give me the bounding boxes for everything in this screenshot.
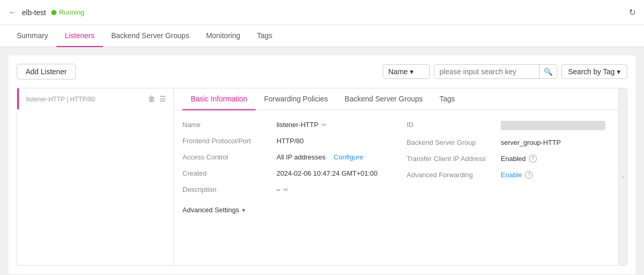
info-row-id: ID — [407, 121, 610, 130]
advanced-forwarding-help-icon[interactable]: ? — [525, 171, 533, 179]
search-by-tag-button[interactable]: Search by Tag ▾ — [561, 64, 627, 79]
created-value: 2024-02-06 10:47:24 GMT+01:00 — [277, 169, 377, 177]
info-row-name: Name listener-HTTP ✏ — [182, 121, 386, 129]
id-blurred — [501, 121, 605, 130]
transfer-ip-help-icon[interactable]: ? — [529, 155, 537, 163]
listener-item[interactable]: listener-HTTP | HTTP/80 🗑 ☰ — [17, 88, 174, 109]
nav-tabs: Summary Listeners Backend Server Groups … — [0, 25, 644, 47]
back-button[interactable]: ← — [8, 8, 17, 17]
advanced-settings-label: Advanced Settings — [182, 206, 239, 214]
listener-list: listener-HTTP | HTTP/80 🗑 ☰ — [17, 88, 174, 265]
backend-group-value: server_group-HTTP — [501, 139, 561, 146]
description-label: Description — [182, 186, 277, 193]
info-row-backend-group: Backend Server Group server_group-HTTP — [407, 139, 610, 146]
tab-monitoring[interactable]: Monitoring — [198, 25, 248, 47]
toolbar: Add Listener Name ▾ 🔍 Search by Tag ▾ — [17, 64, 627, 79]
info-row-transfer-ip: Transfer Client IP Address Enabled ? — [407, 155, 610, 163]
detail-content: Name listener-HTTP ✏ Frontend Protocol/P… — [174, 110, 618, 224]
description-value: – ✏ — [277, 186, 289, 193]
main-content: Add Listener Name ▾ 🔍 Search by Tag ▾ — [0, 47, 644, 275]
info-grid: Name listener-HTTP ✏ Frontend Protocol/P… — [182, 121, 610, 202]
transfer-ip-label: Transfer Client IP Address — [407, 155, 501, 163]
status-dot — [51, 10, 56, 15]
detail-tab-tags[interactable]: Tags — [431, 88, 464, 110]
chevron-down-icon: ▾ — [410, 67, 413, 76]
expand-handle[interactable]: › — [618, 88, 627, 265]
detail-tab-forwarding-policies[interactable]: Forwarding Policies — [256, 88, 336, 110]
search-area: Name ▾ 🔍 Search by Tag ▾ — [383, 64, 627, 79]
frontend-label: Frontend Protocol/Port — [182, 137, 277, 145]
access-control-label: Access Control — [182, 153, 277, 161]
top-bar: ← elb-test Running ↻ — [0, 0, 644, 25]
info-row-description: Description – ✏ — [182, 186, 386, 193]
advanced-forwarding-value: Enable ? — [501, 171, 533, 179]
tab-summary[interactable]: Summary — [8, 25, 56, 47]
chevron-down-icon: ▾ — [242, 207, 245, 214]
info-row-access-control: Access Control All IP addresses Configur… — [182, 153, 386, 161]
search-by-tag-label: Search by Tag — [568, 67, 615, 76]
tab-listeners[interactable]: Listeners — [56, 25, 103, 47]
listener-name-main: listener-HTTP — [26, 96, 65, 103]
id-label: ID — [407, 121, 501, 129]
detail-tabs: Basic Information Forwarding Policies Ba… — [174, 88, 618, 110]
advanced-settings-row[interactable]: Advanced Settings ▾ — [182, 206, 610, 214]
main-card: Add Listener Name ▾ 🔍 Search by Tag ▾ — [8, 55, 636, 274]
search-icon[interactable]: 🔍 — [539, 65, 557, 78]
refresh-button[interactable]: ↻ — [629, 7, 636, 17]
search-input-wrap: 🔍 — [434, 64, 557, 79]
access-control-value: All IP addresses Configure — [277, 153, 363, 161]
name-label: Name — [182, 121, 277, 129]
transfer-ip-value: Enabled ? — [501, 155, 537, 163]
listener-protocol: | HTTP/80 — [67, 96, 95, 103]
info-right-col: ID Backend Server Group server_group-HTT… — [407, 121, 610, 202]
more-icon[interactable]: ☰ — [159, 95, 166, 103]
info-row-advanced-forwarding: Advanced Forwarding Enable ? — [407, 171, 610, 179]
search-type-dropdown[interactable]: Name ▾ — [383, 64, 430, 79]
id-value — [501, 121, 605, 130]
edit-name-icon[interactable]: ✏ — [321, 121, 327, 129]
enabled-text: Enabled — [501, 155, 526, 163]
chevron-down-icon: ▾ — [617, 67, 620, 76]
created-label: Created — [182, 169, 277, 177]
edit-description-icon[interactable]: ✏ — [283, 186, 289, 193]
listener-item-actions: 🗑 ☰ — [148, 95, 166, 103]
backend-group-label: Backend Server Group — [407, 139, 501, 146]
name-value: listener-HTTP ✏ — [277, 121, 327, 129]
detail-tab-backend-server-groups[interactable]: Backend Server Groups — [336, 88, 431, 110]
search-type-label: Name — [388, 67, 408, 76]
search-input[interactable] — [434, 65, 539, 78]
status-label: Running — [59, 8, 84, 16]
info-row-created: Created 2024-02-06 10:47:24 GMT+01:00 — [182, 169, 386, 177]
enable-link[interactable]: Enable — [501, 171, 522, 179]
add-listener-button[interactable]: Add Listener — [17, 64, 76, 79]
top-bar-left: ← elb-test Running — [8, 8, 84, 17]
detail-tab-basic-information[interactable]: Basic Information — [182, 88, 256, 110]
frontend-value: HTTP/80 — [277, 137, 304, 145]
status-badge: Running — [51, 8, 84, 16]
delete-icon[interactable]: 🗑 — [148, 95, 155, 103]
info-left-col: Name listener-HTTP ✏ Frontend Protocol/P… — [182, 121, 386, 202]
tab-tags[interactable]: Tags — [249, 25, 281, 47]
advanced-forwarding-label: Advanced Forwarding — [407, 171, 501, 179]
elb-name: elb-test — [22, 8, 46, 17]
configure-link[interactable]: Configure — [334, 153, 363, 161]
listener-panel: listener-HTTP | HTTP/80 🗑 ☰ Basic Inform… — [17, 88, 627, 266]
listener-detail: Basic Information Forwarding Policies Ba… — [174, 88, 618, 265]
tab-backend-server-groups[interactable]: Backend Server Groups — [103, 25, 198, 47]
info-row-frontend: Frontend Protocol/Port HTTP/80 — [182, 137, 386, 145]
listener-name: listener-HTTP | HTTP/80 — [26, 95, 95, 103]
